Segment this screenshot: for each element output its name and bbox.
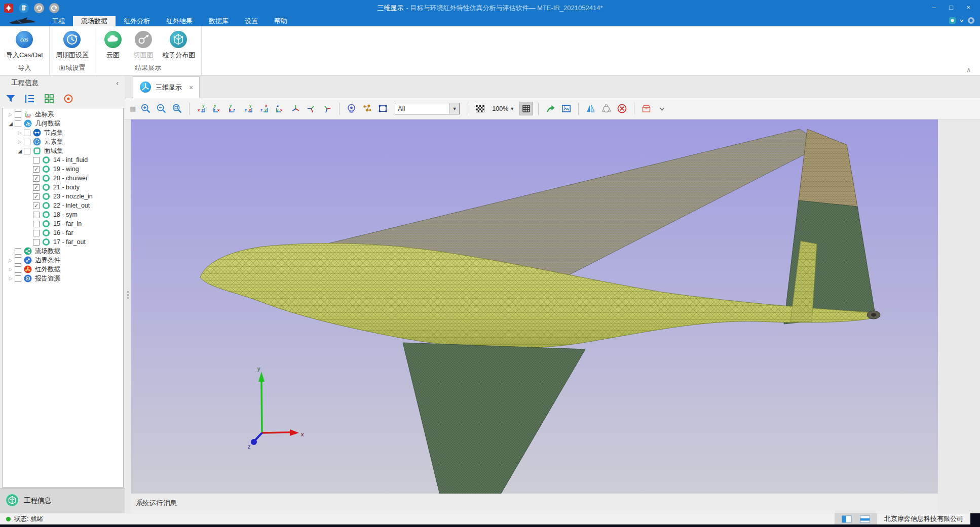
snapshot-icon[interactable]	[559, 102, 573, 115]
tree-item[interactable]: 17 - far_out	[3, 237, 123, 247]
tree-item[interactable]: 15 - far_in	[3, 219, 123, 228]
expander-icon[interactable]: ▷	[7, 112, 15, 117]
probe-icon[interactable]	[345, 102, 358, 115]
checkbox[interactable]	[15, 248, 21, 255]
checkbox[interactable]: ✓	[33, 202, 40, 209]
view-right-icon[interactable]: zxy	[242, 102, 255, 115]
panel-collapse-icon[interactable]: ‹	[116, 79, 119, 87]
tree-item[interactable]: 14 - int_fluid	[3, 155, 123, 165]
message-panel[interactable]: 系统运行消息	[131, 494, 938, 513]
expander-icon[interactable]: ▷	[7, 258, 15, 263]
ribbon-button-2-1[interactable]: 切面图	[132, 30, 155, 60]
view-left-icon[interactable]: xzy	[226, 102, 240, 115]
checkbox[interactable]	[33, 157, 40, 164]
checkbox[interactable]	[15, 275, 21, 282]
checkbox[interactable]: ✓	[33, 184, 40, 191]
panel-selector[interactable]: 工程信息	[0, 488, 125, 513]
menu-item-0[interactable]: 工程	[44, 16, 73, 26]
ribbon-button-0-0[interactable]: cas导入Cas/Dat	[6, 30, 43, 60]
zoom-level-combo[interactable]: 100%▼	[489, 105, 517, 112]
checkbox[interactable]	[33, 221, 40, 227]
tree-item[interactable]: ✓22 - inlet_out	[3, 201, 123, 210]
expander-icon[interactable]: ▷	[16, 139, 24, 144]
tree-item[interactable]: ▷节点集	[3, 128, 123, 137]
tree-item[interactable]: ✓21 - body	[3, 183, 123, 192]
tree-item[interactable]: ◢面域集	[3, 146, 123, 155]
filter-icon[interactable]	[5, 93, 16, 104]
menu-item-4[interactable]: 数据库	[201, 16, 237, 26]
checkbox[interactable]	[15, 120, 21, 127]
expander-icon[interactable]: ▷	[7, 267, 15, 272]
tree-item[interactable]: ▷报告资源	[3, 274, 123, 283]
panel-splitter-handle[interactable]	[125, 291, 130, 311]
expander-icon[interactable]: ▷	[7, 276, 15, 281]
grid-toggle-icon[interactable]	[519, 102, 533, 115]
target-icon[interactable]	[63, 93, 74, 104]
tree-item[interactable]: ▷红外数据	[3, 265, 123, 274]
checkbox[interactable]	[33, 239, 40, 246]
ribbon-collapse-icon[interactable]: ∧	[966, 66, 971, 73]
view-top-icon[interactable]: zyx	[257, 102, 271, 115]
tab-close-icon[interactable]: ×	[189, 84, 193, 92]
tree-item[interactable]: ▷边界条件	[3, 256, 123, 265]
layout-left-icon[interactable]	[842, 515, 852, 523]
menu-item-3[interactable]: 红外结果	[158, 16, 201, 26]
zoom-in-icon[interactable]	[139, 102, 153, 115]
menu-item-2[interactable]: 红外分析	[116, 16, 158, 26]
checkbox[interactable]	[24, 130, 30, 136]
checkbox[interactable]	[33, 230, 40, 236]
checkbox[interactable]	[15, 257, 21, 264]
zoom-dropdown-icon[interactable]: ▼	[510, 106, 514, 111]
checkbox[interactable]	[24, 139, 30, 145]
more-dropdown-icon[interactable]	[655, 102, 669, 115]
delete-icon[interactable]	[615, 102, 629, 115]
tab-3d-display[interactable]: 三维显示 ×	[133, 76, 200, 98]
checkbox[interactable]	[33, 212, 40, 218]
view-bottom-icon[interactable]: yxz	[273, 102, 287, 115]
tree-item[interactable]: ◢几何数据	[3, 119, 123, 128]
mirror-icon[interactable]	[584, 102, 597, 115]
tree-item[interactable]: 16 - far	[3, 228, 123, 237]
checkbox[interactable]: ✓	[33, 175, 40, 182]
tree-item[interactable]: 流场数据	[3, 247, 123, 256]
particle-trace-icon[interactable]	[360, 102, 374, 115]
checkbox[interactable]: ✓	[33, 193, 40, 200]
zoom-out-icon[interactable]	[155, 102, 168, 115]
checkbox[interactable]	[15, 111, 21, 118]
tree-item[interactable]: 18 - sym	[3, 210, 123, 219]
tree-item[interactable]: ✓23 - nozzle_in	[3, 192, 123, 201]
transparency-icon[interactable]	[473, 102, 487, 115]
outline-icon[interactable]	[24, 93, 35, 104]
export-icon[interactable]	[544, 102, 557, 115]
tree-item[interactable]: ✓19 - wing	[3, 165, 123, 174]
caret-icon[interactable]	[959, 17, 964, 26]
theme-icon[interactable]	[949, 17, 956, 26]
ribbon-button-2-0[interactable]: 云图	[101, 30, 125, 60]
save-scene-icon[interactable]	[639, 102, 653, 115]
expander-icon[interactable]: ▷	[16, 130, 24, 135]
smooth-icon[interactable]	[599, 102, 613, 115]
close-button[interactable]: ×	[960, 0, 977, 14]
layout-bottom-icon[interactable]	[860, 515, 870, 523]
tree-item[interactable]: ▷Yzx坐标系	[3, 110, 123, 119]
checkbox[interactable]: ✓	[33, 166, 40, 173]
checkbox[interactable]	[24, 148, 30, 154]
view-back-icon[interactable]: zxy	[210, 102, 224, 115]
tree-item[interactable]: ✓20 - chuiwei	[3, 174, 123, 183]
menu-item-6[interactable]: 帮助	[266, 16, 295, 26]
about-icon[interactable]	[967, 17, 975, 26]
combo-dropdown-icon[interactable]: ▼	[449, 103, 459, 114]
ribbon-button-2-2[interactable]: 粒子分布图	[162, 30, 195, 60]
viewport-3d-model[interactable]: x y z	[131, 119, 938, 494]
box-select-icon[interactable]	[376, 102, 390, 115]
menu-item-5[interactable]: 设置	[237, 16, 266, 26]
view-front-icon[interactable]: xzy	[195, 102, 208, 115]
view-iso-2-icon[interactable]	[305, 102, 318, 115]
grid-icon[interactable]	[44, 93, 55, 104]
view-iso-1-icon[interactable]	[289, 102, 303, 115]
checkbox[interactable]	[15, 266, 21, 273]
view-iso-3-icon[interactable]	[320, 102, 334, 115]
display-filter-combo[interactable]: All▼	[395, 103, 460, 114]
minimize-button[interactable]: –	[925, 0, 943, 14]
zoom-fit-icon[interactable]	[170, 102, 184, 115]
